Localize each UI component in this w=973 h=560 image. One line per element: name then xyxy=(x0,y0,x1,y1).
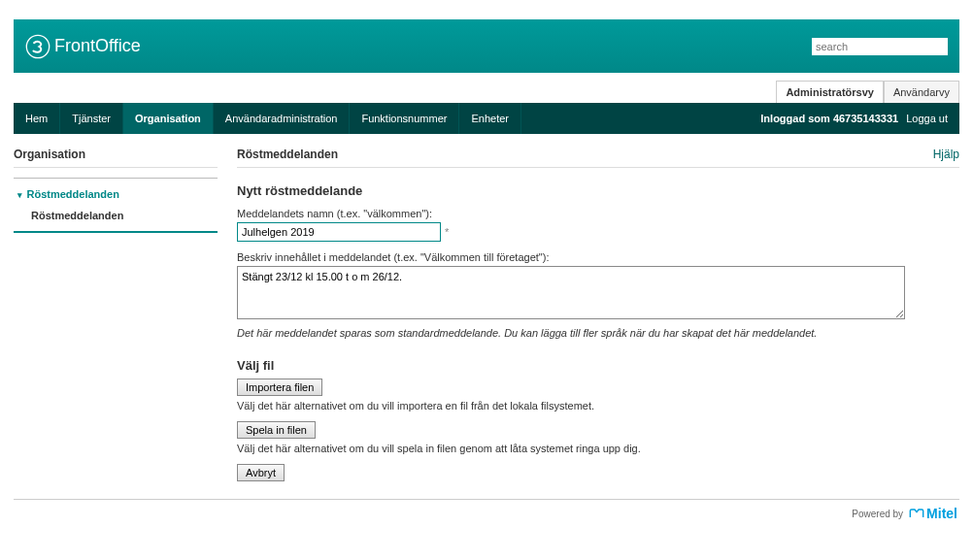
tab-admin-view[interactable]: Administratörsvy xyxy=(776,81,883,103)
mitel-icon xyxy=(909,508,924,519)
powered-by-label: Powered by xyxy=(852,509,903,519)
desc-label: Beskriv innehållet i meddelandet (t.ex. … xyxy=(237,251,959,263)
message-name-input[interactable] xyxy=(237,222,441,242)
nav-right: Inloggad som 46735143331 Logga ut xyxy=(749,103,959,134)
three-logo-icon xyxy=(25,34,50,59)
page-title: Röstmeddelanden xyxy=(237,148,338,161)
logout-link[interactable]: Logga ut xyxy=(906,113,948,124)
cancel-button[interactable]: Avbryt xyxy=(237,464,285,481)
logged-in-label: Inloggad som xyxy=(760,113,830,124)
nav-function-numbers[interactable]: Funktionsnummer xyxy=(350,103,459,134)
nav-units[interactable]: Enheter xyxy=(459,103,521,134)
sidebar-title: Organisation xyxy=(14,148,218,168)
view-tabs: Administratörsvy Användarvy xyxy=(14,81,959,103)
sidebar-group-header[interactable]: Röstmeddelanden xyxy=(14,184,218,206)
form-heading: Nytt röstmeddelande xyxy=(237,183,959,198)
vendor-logo: Mitel xyxy=(909,506,957,521)
required-asterisk: * xyxy=(445,226,449,238)
sidebar-group-voicemail: Röstmeddelanden Röstmeddelanden xyxy=(14,178,218,233)
vendor-name: Mitel xyxy=(926,506,957,521)
search-input[interactable] xyxy=(812,38,948,55)
header-bar: FrontOffice xyxy=(14,19,959,73)
sidebar-item-voicemail[interactable]: Röstmeddelanden xyxy=(14,206,218,225)
record-file-button[interactable]: Spela in filen xyxy=(237,421,316,439)
sidebar: Organisation Röstmeddelanden Röstmeddela… xyxy=(14,148,218,481)
import-file-button[interactable]: Importera filen xyxy=(237,379,322,396)
message-desc-textarea[interactable] xyxy=(237,266,905,319)
nav-organisation[interactable]: Organisation xyxy=(123,103,214,134)
logged-in-user: 46735143331 xyxy=(833,113,898,124)
product-name: FrontOffice xyxy=(54,36,141,56)
main-panel: Röstmeddelanden Hjälp Nytt röstmeddeland… xyxy=(237,148,959,481)
brand-logo: FrontOffice xyxy=(25,34,141,59)
record-desc: Välj det här alternativet om du vill spe… xyxy=(237,443,959,454)
footer: Powered by Mitel xyxy=(14,500,959,533)
import-desc: Välj det här alternativet om du vill imp… xyxy=(237,400,959,412)
help-link[interactable]: Hjälp xyxy=(933,148,959,161)
name-label: Meddelandets namn (t.ex. "välkommen"): xyxy=(237,208,959,219)
tab-user-view[interactable]: Användarvy xyxy=(884,81,959,103)
nav-user-admin[interactable]: Användaradministration xyxy=(214,103,351,134)
nav-home[interactable]: Hem xyxy=(14,103,60,134)
main-nav: Hem Tjänster Organisation Användaradmini… xyxy=(14,103,959,134)
nav-services[interactable]: Tjänster xyxy=(60,103,123,134)
save-hint: Det här meddelandet sparas som standardm… xyxy=(237,327,959,339)
choose-file-heading: Välj fil xyxy=(237,358,959,373)
